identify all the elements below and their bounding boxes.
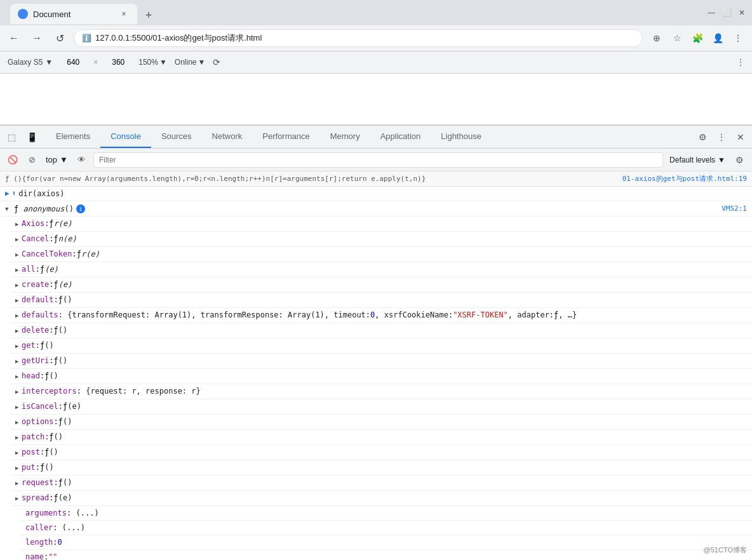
tab-performance[interactable]: Performance [252,126,319,148]
prop-patch: patch: ƒ () [10,430,752,445]
anonymous-expand-arrow[interactable] [5,203,11,215]
patch-expand-arrow[interactable] [15,431,22,443]
devtools-close-button[interactable]: ✕ [732,128,749,146]
back-button[interactable]: ← [5,29,23,47]
device-mode-button[interactable]: 📱 [23,128,41,146]
tab-sources[interactable]: Sources [151,126,202,148]
canceltoken-expand-arrow[interactable] [15,248,22,260]
close-button[interactable]: ✕ [737,8,747,18]
minimize-button[interactable]: — [706,8,716,18]
interceptors-expand-arrow[interactable] [15,385,22,397]
eval-source-link[interactable]: 01-axios的get与post请求.html:19 [622,174,747,183]
tab-network[interactable]: Network [202,126,253,148]
network-dropdown-icon: ▼ [198,58,206,67]
delete-expand-arrow[interactable] [15,324,22,337]
device-more-button[interactable]: ⋮ [737,58,744,67]
tab-application[interactable]: Application [370,126,431,148]
network-value: Online [175,58,197,67]
prop-head: head: ƒ () [10,369,752,384]
zoom-selector[interactable]: 150% ▼ [138,58,167,67]
request-expand-arrow[interactable] [15,477,22,489]
post-expand-arrow[interactable] [15,446,22,458]
height-input[interactable] [105,58,131,67]
head-expand-arrow[interactable] [15,370,22,382]
prop-request: request: ƒ () [10,476,752,491]
url-bar[interactable]: ℹ️ 127.0.0.1:5500/01-axios的get与post请求.ht… [74,29,643,47]
width-input[interactable] [60,58,86,67]
tab-memory[interactable]: Memory [320,126,370,148]
put-expand-arrow[interactable] [15,462,22,474]
active-tab[interactable]: Document × [10,4,137,24]
iscancel-expand-arrow[interactable] [15,401,22,413]
device-dropdown-icon: ▼ [45,58,53,67]
devtools-settings-button[interactable]: ⚙ [694,128,711,146]
scope-selector[interactable]: top ▼ [43,154,70,166]
console-toolbar: 🚫 ⊘ top ▼ 👁 Default levels ▼ ⚙ [0,149,752,171]
tab-elements[interactable]: Elements [46,126,100,148]
network-selector[interactable]: Online ▼ [175,58,206,67]
spread-expand-arrow[interactable] [15,492,22,504]
tab-console[interactable]: Console [100,126,151,148]
anonymous-func-line: ƒ anonymous() i VM52:1 [0,201,752,217]
console-eval-line: ƒ (){for(var n=new Array(arguments.lengt… [0,171,752,187]
cancel-expand-arrow[interactable] [15,233,22,245]
rotate-button[interactable]: ⟳ [213,57,220,67]
zoom-value: 150% [138,58,158,67]
create-expand-arrow[interactable] [15,279,22,291]
translate-button[interactable]: ⊕ [648,29,666,47]
eval-expression: ƒ (){for(var n=new Array(arguments.lengt… [5,175,622,183]
tab-lighthouse[interactable]: Lighthouse [431,126,492,148]
console-settings-button[interactable]: ⚙ [732,152,747,168]
console-filter-toggle[interactable]: ⊘ [24,152,39,168]
axios-expand-arrow[interactable] [15,218,22,230]
prop-arguments: arguments: (...) [20,506,752,521]
tab-favicon [18,9,28,19]
prop-spread: spread: ƒ (e) [10,491,752,506]
extensions-button[interactable]: 🧩 [688,29,706,47]
devtools-more-button[interactable]: ⋮ [713,128,730,146]
forward-button[interactable]: → [28,29,46,47]
levels-dropdown-icon: ▼ [718,156,725,164]
geturi-expand-arrow[interactable] [15,355,22,367]
clear-console-button[interactable]: 🚫 [5,152,20,168]
device-name: Galaxy S5 [8,58,43,67]
prop-delete: delete: ƒ () [10,323,752,338]
title-bar: Document × + — ⬜ ✕ [0,0,752,25]
prop-create: create: ƒ (e) [10,277,752,293]
main-area: ⬚ 📱 Elements Console Sources Network Per… [0,74,752,560]
url-text: 127.0.0.1:5500/01-axios的get与post请求.html [95,32,262,44]
inspect-element-button[interactable]: ⬚ [3,128,20,146]
get-expand-arrow[interactable] [15,340,22,352]
anonymous-info-icon[interactable]: i [76,204,85,213]
prop-post: post: ƒ () [10,445,752,460]
device-toolbar: Galaxy S5 ▼ × 150% ▼ Online ▼ ⟳ ⋮ [0,51,752,74]
eye-button[interactable]: 👁 [74,152,90,168]
default-expand-arrow[interactable] [15,294,22,306]
bookmark-button[interactable]: ☆ [668,29,686,47]
maximize-button[interactable]: ⬜ [722,8,732,18]
all-expand-arrow[interactable] [15,263,22,276]
vm-reference[interactable]: VM52:1 [722,203,747,215]
log-levels-selector[interactable]: Default levels ▼ [667,154,728,166]
console-output: ƒ (){for(var n=new Array(arguments.lengt… [0,171,752,560]
anonymous-label: ƒ anonymous() [14,203,74,215]
dimension-separator: × [93,58,98,67]
console-filter-input[interactable] [93,152,663,168]
tab-close-button[interactable]: × [118,8,130,20]
dir-axios-line: ▶ ⬆ dir(axios) [0,187,752,201]
new-tab-button[interactable]: + [140,6,158,24]
device-selector[interactable]: Galaxy S5 ▼ [8,58,53,67]
scope-value: top [46,155,57,164]
dir-text: dir(axios) [18,188,64,199]
browser-more-button[interactable]: ⋮ [729,29,747,47]
options-expand-arrow[interactable] [15,416,22,428]
page-content [0,74,752,124]
prop-iscancel: isCancel: ƒ (e) [10,399,752,415]
account-button[interactable]: 👤 [709,29,727,47]
dir-expand-arrow[interactable]: ▶ [5,188,10,199]
watermark: @51CTO博客 [704,545,747,555]
address-actions: ⊕ ☆ 🧩 👤 ⋮ [648,29,747,47]
log-levels-value: Default levels [669,156,715,164]
refresh-button[interactable]: ↺ [51,29,69,47]
defaults-expand-arrow[interactable] [15,309,22,321]
